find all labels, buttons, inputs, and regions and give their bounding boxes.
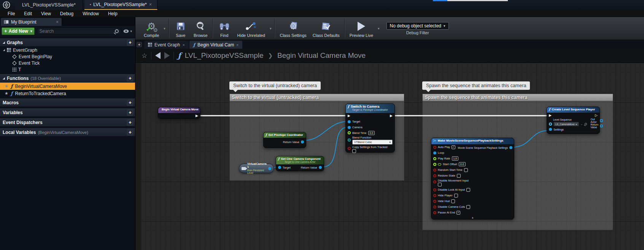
- browse-asset-icon[interactable]: [585, 123, 587, 125]
- tab-begin-virtual-camera[interactable]: ƒ Begin Virtual Cam ×: [189, 41, 243, 49]
- level-sequence-pin[interactable]: [549, 123, 552, 126]
- menu-window[interactable]: Window: [78, 11, 103, 16]
- close-icon[interactable]: ×: [56, 19, 59, 25]
- menu-edit[interactable]: Edit: [19, 11, 37, 16]
- return-value-pin[interactable]: [600, 124, 603, 127]
- breadcrumb-root[interactable]: LVL_PixotopeVSSample: [185, 51, 264, 60]
- settings-pin[interactable]: [549, 128, 552, 131]
- blend-time-pin[interactable]: [348, 131, 351, 134]
- add-function-button[interactable]: +: [127, 75, 133, 81]
- restore-state-checkbox[interactable]: [457, 174, 461, 178]
- node-switch-to-camera[interactable]: ƒ Switch to Camera Target is Pixotope Co…: [345, 104, 395, 153]
- asset-tab-blueprint-active[interactable]: LVL_PixotopeVSSample* ×: [84, 0, 157, 10]
- copy-settings-checkbox[interactable]: [352, 149, 356, 153]
- collapse-arrow-icon[interactable]: ▲: [471, 216, 474, 219]
- hide-hud-checkbox[interactable]: [451, 199, 455, 203]
- exec-out-pin[interactable]: ▶: [196, 114, 198, 118]
- add-new-button[interactable]: + Add New ▾: [2, 27, 35, 35]
- loop-pin[interactable]: [433, 151, 436, 154]
- start-offset-pin[interactable]: [433, 163, 436, 166]
- random-start-time-checkbox[interactable]: [464, 168, 468, 172]
- section-local-variables[interactable]: Local Variables (BeginVirtualCameraMove)…: [0, 128, 135, 137]
- menu-file[interactable]: File: [3, 11, 19, 16]
- random-start-time-pin[interactable]: [433, 169, 436, 172]
- pause-at-end-pin[interactable]: [433, 211, 436, 214]
- function-return-to-tracked-camera[interactable]: ★ ƒ ReturnToTrackedCamera: [0, 90, 135, 97]
- favorite-star-icon[interactable]: ☆: [142, 52, 147, 60]
- return-value-pin[interactable]: [319, 166, 322, 169]
- exec-in-pin[interactable]: ▶: [549, 114, 552, 117]
- menu-help[interactable]: Help: [103, 11, 122, 16]
- new-tab-button[interactable]: +: [137, 42, 142, 47]
- target-pin[interactable]: [278, 166, 281, 169]
- node-get-cine-camera-component[interactable]: ƒ Get Cine Camera Component Target is Ci…: [276, 156, 324, 171]
- disable-movement-input-pin[interactable]: [433, 180, 436, 183]
- browse-button[interactable]: Browse: [191, 17, 211, 40]
- find-button[interactable]: Find: [215, 17, 234, 40]
- search-box[interactable]: [37, 27, 121, 35]
- add-graph-button[interactable]: +: [127, 40, 133, 46]
- tree-item-event-tick[interactable]: Event Tick: [0, 60, 135, 66]
- auto-play-checkbox[interactable]: ✓: [452, 145, 455, 149]
- use-selected-icon[interactable]: ←: [580, 123, 584, 126]
- restore-state-pin[interactable]: [433, 174, 436, 177]
- blend-time-input[interactable]: 0.0: [368, 131, 375, 135]
- back-arrow-icon[interactable]: [155, 52, 161, 59]
- close-icon[interactable]: ×: [149, 2, 152, 7]
- blend-function-pin[interactable]: [348, 139, 351, 142]
- section-macros[interactable]: Macros +: [0, 99, 135, 107]
- node-virtual-camera-variable[interactable]: VirtualCamera 1 from Persistent Level: [239, 164, 274, 173]
- variable-out-pin[interactable]: [268, 167, 271, 170]
- camera-pin[interactable]: [348, 126, 351, 129]
- section-event-dispatchers[interactable]: Event Dispatchers +: [0, 118, 135, 127]
- exec-out-pin[interactable]: ▶: [390, 114, 393, 118]
- out-actor-pin[interactable]: [600, 119, 603, 122]
- disable-look-at-input-checkbox[interactable]: [466, 188, 470, 192]
- exec-out-pin[interactable]: ▷: [595, 114, 598, 117]
- view-options-button[interactable]: ▾: [123, 29, 134, 33]
- target-pin[interactable]: [348, 120, 351, 123]
- blend-function-dropdown[interactable]: VTBlend Cubic ▾: [352, 140, 393, 145]
- hide-unrelated-caret[interactable]: ▾: [268, 27, 273, 30]
- class-settings-button[interactable]: ⚙ Class Settings: [277, 17, 309, 40]
- search-input[interactable]: [39, 29, 115, 34]
- asset-tab-level[interactable]: LVL_PixotopeVSSample*: [15, 0, 83, 10]
- forward-arrow-icon[interactable]: [164, 52, 170, 59]
- menu-debug[interactable]: Debug: [56, 11, 78, 16]
- disable-camera-cuts-checkbox[interactable]: [466, 205, 470, 209]
- close-icon[interactable]: ×: [236, 43, 239, 47]
- auto-play-pin[interactable]: [433, 146, 436, 149]
- compile-button[interactable]: ⚙ ⚙ ✓ Compile: [141, 17, 162, 40]
- debug-object-dropdown[interactable]: No debug object selected ▾: [386, 22, 449, 30]
- add-variable-button[interactable]: +: [127, 110, 133, 116]
- add-local-variable-button[interactable]: +: [127, 129, 133, 135]
- node-create-level-sequence-player[interactable]: ƒ Create Level Sequence Player ▶ ▷ Level…: [547, 107, 600, 134]
- object-wire[interactable]: [322, 127, 348, 167]
- hide-player-checkbox[interactable]: [454, 194, 458, 197]
- compile-options-caret[interactable]: ▾: [162, 27, 167, 30]
- node-get-pixotope-coordinator[interactable]: ƒ Get Pixotope Coordinator Return Value: [263, 132, 306, 148]
- hide-hud-pin[interactable]: [433, 200, 436, 203]
- disable-look-at-input-pin[interactable]: [433, 188, 436, 191]
- add-dispatcher-button[interactable]: +: [127, 119, 133, 126]
- node-make-playback-settings[interactable]: ⟩= Make MovieSceneSequencePlaybackSettin…: [431, 138, 514, 220]
- exec-in-pin[interactable]: ▶: [348, 114, 350, 118]
- section-graphs[interactable]: Graphs +: [0, 38, 135, 47]
- return-value-pin[interactable]: [301, 140, 304, 143]
- tab-my-blueprint[interactable]: My Blueprint ×: [1, 18, 62, 26]
- section-variables[interactable]: Variables +: [0, 108, 135, 117]
- play-rate-pin[interactable]: [433, 157, 436, 160]
- disable-camera-cuts-pin[interactable]: [433, 205, 436, 209]
- section-functions[interactable]: Functions (18 Overridable) +: [0, 74, 135, 83]
- tree-item-eventgraph[interactable]: EventGraph: [0, 47, 135, 53]
- expanded-arrow-icon[interactable]: [3, 49, 5, 51]
- hide-unrelated-button[interactable]: Hide Unrelated: [234, 17, 268, 40]
- class-defaults-button[interactable]: Class Defaults: [310, 17, 343, 40]
- node-begin-virtual-camera-move[interactable]: Begin Virtual Camera Move ▶: [158, 107, 200, 119]
- preview-live-button[interactable]: Preview Live: [347, 17, 376, 40]
- menu-view[interactable]: View: [37, 11, 56, 16]
- add-macro-button[interactable]: +: [127, 100, 133, 106]
- tab-event-graph[interactable]: Event Graph ×: [144, 41, 189, 49]
- tree-item-t[interactable]: T: [0, 66, 135, 73]
- blueprint-graph-canvas[interactable]: Switch to the virtual (untracked) camera…: [141, 63, 644, 250]
